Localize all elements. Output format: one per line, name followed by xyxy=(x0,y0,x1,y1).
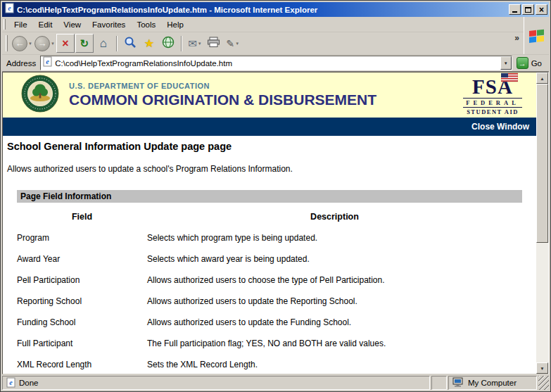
toolbar-separator xyxy=(181,36,182,51)
page-description: Allows authorized users to update a scho… xyxy=(7,164,536,174)
field-description: Allows authorized users to choose the ty… xyxy=(147,275,522,285)
minimize-button[interactable] xyxy=(509,4,521,15)
resize-grip[interactable] xyxy=(538,376,549,390)
my-computer-icon xyxy=(452,377,464,389)
mail-dropdown-icon: ▼ xyxy=(198,42,202,46)
maximize-icon xyxy=(525,7,531,13)
table-row: Full Participant The Full participation … xyxy=(17,339,522,348)
menu-tools[interactable]: Tools xyxy=(131,18,161,31)
maximize-button[interactable] xyxy=(522,4,534,15)
agency-name: U.S. DEPARTMENT OF EDUCATION xyxy=(69,82,452,90)
search-button[interactable] xyxy=(121,34,139,53)
field-description: Allows authorized users to update the Re… xyxy=(147,296,522,306)
title-bar[interactable]: e C:\cod\HelpTextProgramRelationsInfoUpd… xyxy=(2,2,549,17)
scroll-up-button[interactable]: ▲ xyxy=(536,72,548,84)
page-icon: e xyxy=(43,56,52,70)
table-row: Pell Participation Allows authorized use… xyxy=(17,275,522,285)
refresh-icon: ↻ xyxy=(80,37,89,50)
edit-icon: ✎ xyxy=(227,38,235,49)
field-table: Field Description Program Selects which … xyxy=(17,212,522,369)
svg-text:e: e xyxy=(8,4,11,12)
menubar-grip[interactable] xyxy=(4,19,6,30)
vertical-scrollbar[interactable]: ▲ ▼ xyxy=(536,72,548,374)
favorites-button[interactable]: ★ xyxy=(140,34,158,53)
scroll-down-button[interactable]: ▼ xyxy=(536,362,548,374)
security-zone-text: My Computer xyxy=(468,379,517,387)
table-row: XML Record Length Sets the XML Record Le… xyxy=(17,360,522,369)
description-column-header: Description xyxy=(147,212,522,222)
address-input[interactable]: e C:\cod\HelpTextProgramRelationsInfoUpd… xyxy=(40,56,512,70)
stop-button[interactable]: × xyxy=(56,34,75,53)
page-icon: e xyxy=(6,377,15,389)
fsa-logo: FSA FEDERAL STUDENT AID xyxy=(462,75,524,115)
toolbar: ← ▼ → ▼ × ↻ ⌂ xyxy=(2,32,524,54)
field-name: Program xyxy=(17,233,147,243)
go-arrow-icon: → xyxy=(517,57,528,69)
menu-favorites[interactable]: Favorites xyxy=(87,18,131,31)
refresh-button[interactable]: ↻ xyxy=(75,34,94,53)
field-description: Allows authorized users to update the Fu… xyxy=(147,317,522,327)
page-title: School General Information Update page p… xyxy=(7,141,536,152)
favorites-icon: ★ xyxy=(144,37,154,50)
minimize-icon xyxy=(512,11,517,13)
print-icon xyxy=(207,37,220,51)
status-spacer-panel xyxy=(431,376,447,390)
toolbar-overflow-chevron[interactable]: » xyxy=(512,33,521,43)
browser-window: e C:\cod\HelpTextProgramRelationsInfoUpd… xyxy=(0,0,551,392)
site-banner: U.S. DEPARTMENT OF EDUCATION COMMON ORIG… xyxy=(3,72,536,118)
field-name: Funding School xyxy=(17,317,147,327)
menu-file[interactable]: File xyxy=(8,18,33,31)
history-icon xyxy=(162,36,175,51)
field-name: Award Year xyxy=(17,254,147,264)
menu-view[interactable]: View xyxy=(58,18,87,31)
home-icon: ⌂ xyxy=(100,37,107,51)
toolbar-separator xyxy=(116,36,118,51)
page-content: U.S. DEPARTMENT OF EDUCATION COMMON ORIG… xyxy=(3,72,536,374)
go-button[interactable]: → Go xyxy=(515,57,546,69)
field-name: Pell Participation xyxy=(17,275,147,285)
address-dropdown-button[interactable]: ▼ xyxy=(500,56,512,70)
site-title: COMMON ORIGINATION & DISBURSEMENT xyxy=(69,91,452,108)
ie-icon: e xyxy=(5,3,14,16)
status-text: Done xyxy=(19,379,39,387)
address-label: Address xyxy=(5,59,37,68)
table-header-row: Field Description xyxy=(17,212,522,222)
edit-button[interactable]: ✎ ▼ xyxy=(224,34,242,53)
fsa-divider xyxy=(463,98,522,99)
toolbar-grip[interactable] xyxy=(6,35,8,51)
scrollbar-thumb[interactable] xyxy=(536,84,548,243)
page-viewport: U.S. DEPARTMENT OF EDUCATION COMMON ORIG… xyxy=(2,72,549,374)
us-flag-icon xyxy=(501,72,518,85)
table-row: Award Year Selects which award year is b… xyxy=(17,254,522,264)
windows-logo xyxy=(524,17,549,54)
window-title: C:\cod\HelpTextProgramRelationsInfoUpdat… xyxy=(17,6,506,14)
address-value[interactable]: C:\cod\HelpTextProgramRelationsInfoUpdat… xyxy=(55,59,497,68)
go-label: Go xyxy=(531,59,542,68)
field-column-header: Field xyxy=(17,212,147,222)
menu-help[interactable]: Help xyxy=(161,18,189,31)
address-bar: Address e C:\cod\HelpTextProgramRelation… xyxy=(2,54,549,72)
mail-button[interactable]: ✉ ▼ xyxy=(186,34,204,53)
field-description: Selects which award year is being update… xyxy=(147,254,522,264)
history-button[interactable] xyxy=(159,34,177,53)
forward-button[interactable]: → ▼ xyxy=(34,34,56,53)
fsa-federal-label: FEDERAL xyxy=(462,99,524,106)
mail-icon: ✉ xyxy=(188,37,197,50)
scrollbar-track[interactable] xyxy=(536,84,548,362)
close-window-link[interactable]: Close Window xyxy=(471,122,529,132)
svg-text:e: e xyxy=(46,58,49,65)
fsa-student-aid-label: STUDENT AID xyxy=(462,108,524,115)
table-row: Program Selects which program type is be… xyxy=(17,233,522,243)
print-button[interactable] xyxy=(205,34,223,53)
fsa-divider xyxy=(463,107,522,108)
menu-edit[interactable]: Edit xyxy=(33,18,58,31)
close-icon: × xyxy=(539,6,544,14)
forward-icon: → xyxy=(34,36,50,51)
close-button[interactable]: × xyxy=(536,4,547,15)
field-description: Sets the XML Record Length. xyxy=(147,360,522,369)
scroll-down-icon: ▼ xyxy=(540,366,544,371)
stop-icon: × xyxy=(62,37,68,50)
back-button[interactable]: ← ▼ xyxy=(11,34,33,53)
home-button[interactable]: ⌂ xyxy=(94,34,113,53)
back-icon: ← xyxy=(12,36,27,51)
